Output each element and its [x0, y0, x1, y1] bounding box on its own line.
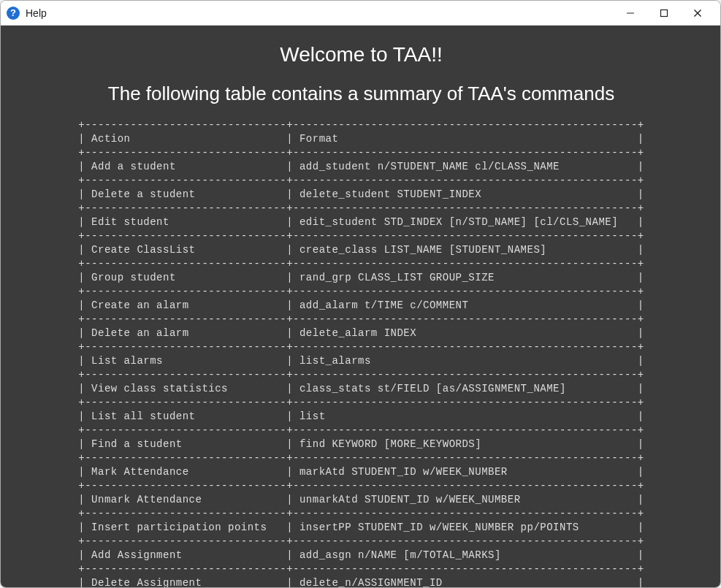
maximize-button[interactable]	[647, 1, 681, 26]
scroll-pane[interactable]: Welcome to TAA!! The following table con…	[8, 33, 714, 588]
titlebar: ? Help	[1, 1, 720, 26]
maximize-icon	[660, 9, 668, 18]
window-title: Help	[26, 7, 47, 19]
help-icon: ?	[7, 7, 20, 20]
minimize-icon	[626, 9, 635, 18]
close-button[interactable]	[681, 1, 714, 26]
page-subtitle: The following table contains a summary o…	[20, 83, 703, 105]
command-table: +-------------------------------+-------…	[78, 118, 644, 588]
minimize-button[interactable]	[614, 1, 647, 26]
page-title: Welcome to TAA!!	[20, 43, 703, 66]
svg-rect-1	[661, 9, 668, 16]
content-area: Welcome to TAA!! The following table con…	[1, 26, 720, 588]
close-icon	[693, 9, 702, 18]
help-window: ? Help Welcome to TAA!! The following ta…	[0, 0, 721, 588]
